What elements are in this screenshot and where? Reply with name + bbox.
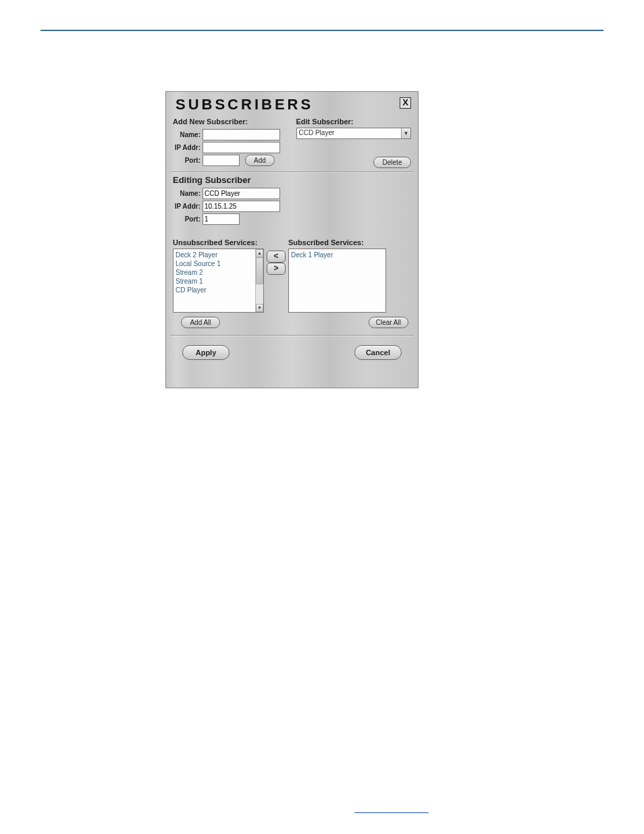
add-all-button[interactable]: Add All — [181, 317, 220, 328]
editing-name-input[interactable] — [203, 188, 280, 199]
add-port-label: Port: — [173, 157, 203, 164]
add-button[interactable]: Add — [245, 155, 275, 166]
page-divider — [41, 30, 603, 31]
scroll-up-icon[interactable]: ▲ — [256, 249, 263, 257]
add-port-input[interactable] — [203, 155, 240, 166]
list-item[interactable]: Deck 1 Player — [291, 251, 383, 259]
scroll-down-icon[interactable]: ▼ — [256, 304, 263, 312]
list-item[interactable]: Stream 2 — [176, 268, 253, 277]
move-right-button[interactable]: > — [267, 263, 286, 275]
edit-subscriber-heading: Edit Subscriber: — [296, 116, 412, 128]
edit-subscriber-select[interactable]: CCD Player ▼ — [296, 128, 412, 139]
cancel-button[interactable]: Cancel — [354, 345, 402, 360]
subscribed-listbox[interactable]: Deck 1 Player — [288, 249, 386, 313]
list-item[interactable]: Stream 1 — [176, 277, 253, 286]
edit-subscriber-selected: CCD Player — [297, 128, 402, 138]
unsubscribed-listbox[interactable]: Deck 2 PlayerLocal Source 1Stream 2Strea… — [173, 249, 264, 313]
list-item[interactable]: CD Player — [176, 286, 253, 294]
editing-heading: Editing Subscriber — [166, 172, 418, 186]
subscribed-label: Subscribed Services: — [288, 237, 386, 249]
editing-ip-input[interactable] — [203, 201, 280, 212]
add-subscriber-heading: Add New Subscriber: — [173, 116, 288, 128]
close-button[interactable]: X — [400, 97, 411, 109]
panel-title: SUBSCRIBERS — [176, 96, 313, 113]
add-name-label: Name: — [173, 131, 203, 138]
footer-link[interactable] — [354, 804, 429, 813]
chevron-down-icon: ▼ — [401, 128, 410, 138]
apply-button[interactable]: Apply — [182, 345, 230, 360]
list-item[interactable]: Deck 2 Player — [176, 251, 253, 259]
list-item[interactable]: Local Source 1 — [176, 259, 253, 268]
subscribers-panel: SUBSCRIBERS X Add New Subscriber: Name: … — [165, 91, 419, 388]
unsubscribed-label: Unsubscribed Services: — [173, 237, 264, 249]
add-ip-input[interactable] — [203, 142, 280, 153]
editing-name-label: Name: — [173, 190, 203, 197]
add-ip-label: IP Addr: — [173, 144, 203, 151]
move-left-button[interactable]: < — [267, 251, 286, 263]
add-name-input[interactable] — [203, 129, 280, 140]
clear-all-button[interactable]: Clear All — [369, 317, 408, 328]
editing-ip-label: IP Addr: — [173, 203, 203, 210]
scrollbar[interactable]: ▲ ▼ — [255, 249, 263, 312]
delete-button[interactable]: Delete — [373, 157, 411, 168]
scroll-thumb[interactable] — [256, 257, 263, 284]
editing-port-label: Port: — [173, 215, 203, 223]
editing-port-input[interactable] — [203, 213, 240, 225]
